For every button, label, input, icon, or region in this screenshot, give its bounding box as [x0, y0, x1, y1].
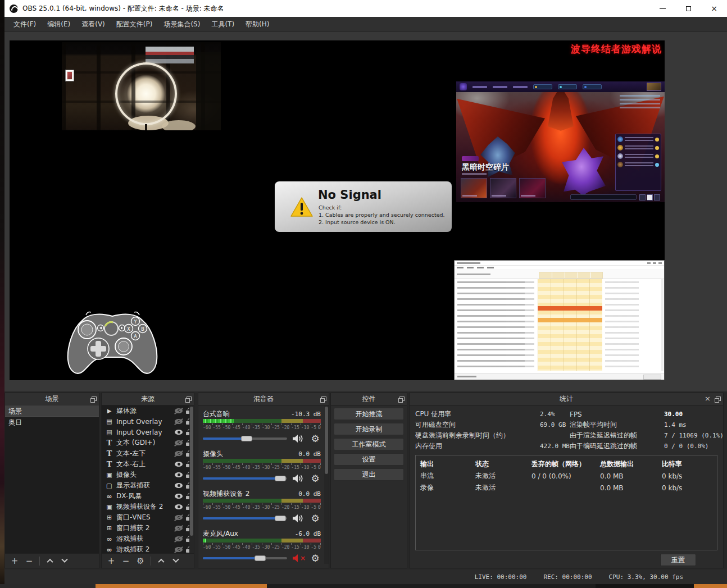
source-list-item[interactable]: 窗口捕获 2: [102, 523, 194, 534]
source-list-item[interactable]: 窗口-VNES: [102, 512, 194, 523]
control-button[interactable]: 开始推流: [334, 408, 404, 420]
titlebar[interactable]: OBS 25.0.1 (64-bit, windows) - 配置文件: 未命名…: [4, 0, 727, 17]
tick-label: -60: [203, 465, 211, 471]
source-list-item[interactable]: 文本 (GDI+): [102, 437, 194, 448]
undock-icon[interactable]: [185, 396, 190, 402]
remove-scene-button[interactable]: −: [22, 555, 36, 567]
tick-label: 0: [318, 545, 321, 550]
minimize-button[interactable]: [649, 0, 675, 17]
visibility-eye-icon[interactable]: [175, 547, 183, 552]
speaker-mute-icon[interactable]: ×: [292, 514, 305, 523]
remove-source-button[interactable]: −: [119, 555, 133, 567]
visibility-eye-icon[interactable]: [175, 526, 183, 531]
speaker-mute-icon[interactable]: ×: [292, 434, 305, 443]
mixer-scrollbar[interactable]: [324, 405, 329, 564]
visibility-eye-icon[interactable]: [175, 462, 183, 467]
volume-slider[interactable]: [203, 555, 287, 562]
stat-row: 由于编码延迟跳过的帧 0 / 0 (0.0%): [570, 441, 723, 452]
volume-slider-handle[interactable]: [255, 555, 266, 561]
visibility-eye-icon[interactable]: [175, 494, 183, 499]
source-up-button[interactable]: [155, 555, 168, 567]
volume-slider-handle[interactable]: [241, 436, 252, 441]
scenes-panel-header[interactable]: 场景: [5, 393, 99, 405]
visibility-eye-icon[interactable]: [175, 419, 183, 424]
source-properties-button[interactable]: ⚙: [134, 555, 147, 567]
source-list[interactable]: 媒体源 Input Overlay: [102, 405, 194, 553]
webcam-wardrobe: [196, 52, 221, 130]
menu-item[interactable]: 配置文件(P): [111, 17, 158, 32]
source-list-item[interactable]: 文本-左下: [102, 448, 194, 459]
source-list-item[interactable]: DX-风暴: [102, 491, 194, 502]
undock-icon[interactable]: [320, 396, 325, 402]
scene-name: 场景: [8, 407, 22, 416]
close-button[interactable]: ×: [701, 0, 727, 17]
scene-list[interactable]: 场景 奥日: [5, 405, 99, 553]
source-down-button[interactable]: [169, 555, 183, 567]
visibility-eye-icon[interactable]: [175, 515, 183, 520]
volume-slider[interactable]: [203, 475, 287, 482]
add-scene-button[interactable]: +: [8, 555, 21, 567]
menu-item[interactable]: 帮助(H): [240, 17, 275, 32]
control-button[interactable]: 工作室模式: [334, 438, 404, 450]
scene-list-item[interactable]: 场景: [5, 405, 99, 417]
visibility-eye-icon[interactable]: [175, 483, 183, 488]
game-chat-input: [570, 194, 637, 200]
stat-row: 硬盘装满前剩余录制时间（约）: [415, 430, 570, 441]
source-list-item[interactable]: 游戏捕获 2: [102, 544, 194, 553]
channel-settings-gear-icon[interactable]: ⚙: [310, 553, 321, 564]
visibility-eye-icon[interactable]: [175, 430, 183, 435]
scene-down-button[interactable]: [58, 555, 71, 567]
game-gem-chip: [558, 84, 577, 89]
visibility-eye-icon[interactable]: [175, 440, 183, 445]
task-manager-capture: [454, 260, 665, 380]
source-list-item[interactable]: 摄像头: [102, 470, 194, 480]
scene-list-item[interactable]: 奥日: [5, 417, 99, 428]
channel-settings-gear-icon[interactable]: ⚙: [310, 473, 321, 484]
source-list-item[interactable]: 显示器捕获: [102, 480, 194, 491]
source-list-item[interactable]: 游戏捕获: [102, 534, 194, 544]
visibility-eye-icon[interactable]: [175, 504, 183, 509]
menu-item[interactable]: 文件(F): [8, 17, 42, 32]
background-taskbar-sliver: [0, 584, 727, 588]
control-button[interactable]: 设置: [334, 453, 404, 466]
menu-item[interactable]: 场景集合(S): [158, 17, 206, 32]
undock-icon[interactable]: [398, 396, 403, 402]
add-source-button[interactable]: +: [104, 555, 118, 567]
close-icon[interactable]: ×: [705, 395, 711, 402]
scene-up-button[interactable]: [43, 555, 57, 567]
svg-text:X: X: [127, 327, 130, 332]
menu-item[interactable]: 编辑(E): [42, 17, 76, 32]
control-button[interactable]: 退出: [334, 468, 404, 481]
undock-icon[interactable]: [90, 396, 96, 402]
menu-item[interactable]: 工具(T): [206, 17, 240, 32]
speaker-mute-icon[interactable]: ×: [292, 554, 305, 563]
menu-item[interactable]: 查看(V): [76, 17, 111, 32]
source-list-item[interactable]: Input Overlay: [102, 427, 194, 437]
sources-panel-header[interactable]: 来源: [102, 393, 194, 405]
source-list-item[interactable]: Input Overlay: [102, 416, 194, 427]
volume-slider[interactable]: [203, 515, 287, 522]
volume-slider[interactable]: [203, 435, 287, 442]
stats-panel-header[interactable]: 统计 ×: [410, 393, 723, 405]
volume-slider-handle[interactable]: [275, 476, 286, 481]
volume-slider-handle[interactable]: [275, 516, 286, 521]
source-list-item[interactable]: 视频捕获设备 2: [102, 502, 194, 512]
channel-settings-gear-icon[interactable]: ⚙: [310, 433, 321, 444]
cpu-fps-status: CPU: 3.3%, 30.00 fps: [609, 573, 683, 581]
visibility-eye-icon[interactable]: [175, 408, 183, 413]
visibility-eye-icon[interactable]: [175, 536, 183, 541]
maximize-button[interactable]: [675, 0, 701, 17]
source-list-item[interactable]: 文本-右上: [102, 459, 194, 470]
visibility-eye-icon[interactable]: [175, 451, 183, 456]
control-button[interactable]: 开始录制: [334, 423, 404, 435]
mixer-panel-header[interactable]: 混音器: [198, 393, 329, 405]
controls-panel-header[interactable]: 控件: [331, 393, 407, 405]
source-list-item[interactable]: 媒体源: [102, 405, 194, 416]
preview-canvas[interactable]: 波导终结者游戏解说: [10, 40, 665, 380]
sources-scrollbar[interactable]: [189, 405, 194, 553]
undock-icon[interactable]: [715, 396, 720, 402]
visibility-eye-icon[interactable]: [175, 472, 183, 477]
speaker-mute-icon[interactable]: ×: [292, 474, 305, 483]
channel-settings-gear-icon[interactable]: ⚙: [310, 513, 321, 524]
reset-button[interactable]: 重置: [660, 554, 696, 566]
